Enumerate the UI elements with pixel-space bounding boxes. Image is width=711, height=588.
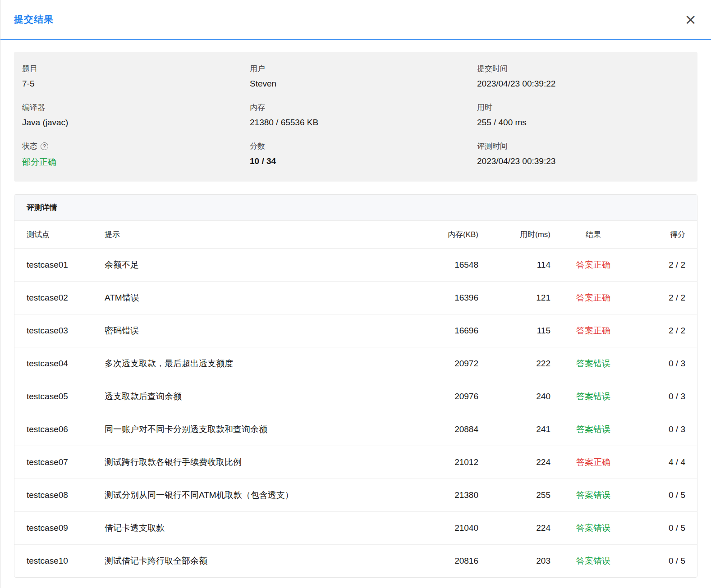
field-label: 题目 [22, 64, 250, 74]
table-row: testcase01 余额不足 16548 114 答案正确 2 / 2 [14, 249, 697, 282]
testcase-hint: 测试借记卡跨行取全部余额 [105, 545, 411, 578]
table-row: testcase03 密码错误 16696 115 答案正确 2 / 2 [14, 315, 697, 347]
testcase-time: 115 [478, 315, 550, 347]
field-label: 状态 ? [22, 141, 250, 151]
testcase-id: testcase04 [14, 347, 105, 380]
summary-field-score: 分数 10 / 34 [250, 141, 477, 168]
testcase-id: testcase07 [14, 446, 105, 479]
panel-title: 评测详情 [14, 195, 697, 221]
testcase-hint: 余额不足 [105, 249, 411, 282]
testcase-time: 121 [478, 282, 550, 315]
testcase-result-cell: 答案错误 [550, 347, 636, 380]
testcase-memory: 20884 [411, 413, 478, 446]
submit-time-value: 2023/04/23 00:39:22 [477, 79, 689, 89]
testcase-result-cell: 答案错误 [550, 479, 636, 512]
testcase-hint: ATM错误 [105, 282, 411, 315]
modal-title: 提交结果 [14, 13, 54, 26]
testcase-memory: 20976 [411, 380, 478, 413]
table-row: testcase09 借记卡透支取款 21040 224 答案错误 0 / 5 [14, 512, 697, 545]
close-icon: × [684, 11, 697, 28]
testcase-memory: 20816 [411, 545, 478, 578]
testcase-score: 4 / 4 [636, 446, 697, 479]
testcase-memory: 21012 [411, 446, 478, 479]
table-row: testcase10 测试借记卡跨行取全部余额 20816 203 答案错误 0… [14, 545, 697, 578]
submission-result-modal: 提交结果 × 题目 7-5 用户 Steven 提交时间 2023/04/23 … [0, 0, 711, 588]
summary-field-status: 状态 ? 部分正确 [22, 141, 250, 168]
column-header-time: 用时(ms) [478, 221, 550, 249]
close-button[interactable]: × [683, 12, 697, 27]
table-header-row: 测试点 提示 内存(KB) 用时(ms) 结果 得分 [14, 221, 697, 249]
testcase-time: 224 [478, 446, 550, 479]
testcase-time: 203 [478, 545, 550, 578]
testcase-memory: 20972 [411, 347, 478, 380]
field-label: 用户 [250, 64, 477, 74]
problem-value: 7-5 [22, 79, 250, 89]
testcase-score: 2 / 2 [636, 282, 697, 315]
testcase-memory: 16396 [411, 282, 478, 315]
time-used-value: 255 / 400 ms [477, 118, 689, 128]
table-row: testcase07 测试跨行取款各银行手续费收取比例 21012 224 答案… [14, 446, 697, 479]
testcase-score: 2 / 2 [636, 315, 697, 347]
testcase-id: testcase05 [14, 380, 105, 413]
summary-field-problem: 题目 7-5 [22, 64, 250, 89]
testcase-id: testcase09 [14, 512, 105, 545]
testcase-id: testcase01 [14, 249, 105, 282]
testcase-time: 224 [478, 512, 550, 545]
testcase-result: 答案错误 [576, 490, 610, 500]
testcase-time: 222 [478, 347, 550, 380]
testcase-memory: 16696 [411, 315, 478, 347]
testcase-result: 答案错误 [576, 556, 610, 565]
testcase-score: 0 / 5 [636, 545, 697, 578]
summary-panel: 题目 7-5 用户 Steven 提交时间 2023/04/23 00:39:2… [14, 52, 697, 182]
testcase-id: testcase02 [14, 282, 105, 315]
modal-content: 题目 7-5 用户 Steven 提交时间 2023/04/23 00:39:2… [0, 52, 711, 588]
table-row: testcase02 ATM错误 16396 121 答案正确 2 / 2 [14, 282, 697, 315]
testcase-result-cell: 答案正确 [550, 446, 636, 479]
judge-time-value: 2023/04/23 00:39:23 [477, 156, 689, 166]
testcase-result-cell: 答案错误 [550, 380, 636, 413]
column-header-result: 结果 [550, 221, 636, 249]
testcase-result-cell: 答案错误 [550, 545, 636, 578]
summary-field-time-used: 用时 255 / 400 ms [477, 102, 689, 128]
testcase-score: 2 / 2 [636, 249, 697, 282]
testcase-hint: 测试分别从同一银行不同ATM机取款（包含透支） [105, 479, 411, 512]
testcase-result-cell: 答案正确 [550, 282, 636, 315]
table-row: testcase05 透支取款后查询余额 20976 240 答案错误 0 / … [14, 380, 697, 413]
summary-field-user: 用户 Steven [250, 64, 477, 89]
testcase-hint: 借记卡透支取款 [105, 512, 411, 545]
testcase-result-cell: 答案正确 [550, 315, 636, 347]
compiler-value: Java (javac) [22, 118, 250, 128]
field-label: 分数 [250, 141, 477, 151]
column-header-hint: 提示 [105, 221, 411, 249]
help-icon[interactable]: ? [41, 142, 48, 150]
table-row: testcase08 测试分别从同一银行不同ATM机取款（包含透支） 21380… [14, 479, 697, 512]
testcase-hint: 密码错误 [105, 315, 411, 347]
testcase-table: 测试点 提示 内存(KB) 用时(ms) 结果 得分 testcase01 余额… [14, 221, 697, 577]
field-label: 用时 [477, 102, 689, 113]
table-row: testcase06 同一账户对不同卡分别透支取款和查询余额 20884 241… [14, 413, 697, 446]
status-value: 部分正确 [22, 156, 250, 168]
testcase-result-cell: 答案错误 [550, 413, 636, 446]
testcase-time: 255 [478, 479, 550, 512]
testcase-result: 答案错误 [576, 359, 610, 368]
testcase-id: testcase10 [14, 545, 105, 578]
testcase-result: 答案正确 [576, 326, 610, 335]
testcase-memory: 16548 [411, 249, 478, 282]
testcase-id: testcase06 [14, 413, 105, 446]
testcase-hint: 透支取款后查询余额 [105, 380, 411, 413]
testcase-hint: 测试跨行取款各银行手续费收取比例 [105, 446, 411, 479]
testcase-time: 241 [478, 413, 550, 446]
memory-value: 21380 / 65536 KB [250, 118, 477, 128]
testcase-time: 114 [478, 249, 550, 282]
testcase-hint: 同一账户对不同卡分别透支取款和查询余额 [105, 413, 411, 446]
testcase-memory: 21380 [411, 479, 478, 512]
testcase-result: 答案正确 [576, 260, 610, 269]
column-header-score: 得分 [636, 221, 697, 249]
testcase-score: 0 / 5 [636, 512, 697, 545]
testcase-hint: 多次透支取款，最后超出透支额度 [105, 347, 411, 380]
field-label: 评测时间 [477, 141, 689, 151]
testcase-score: 0 / 3 [636, 413, 697, 446]
field-label: 内存 [250, 102, 477, 113]
testcase-id: testcase03 [14, 315, 105, 347]
testcase-score: 0 / 3 [636, 347, 697, 380]
